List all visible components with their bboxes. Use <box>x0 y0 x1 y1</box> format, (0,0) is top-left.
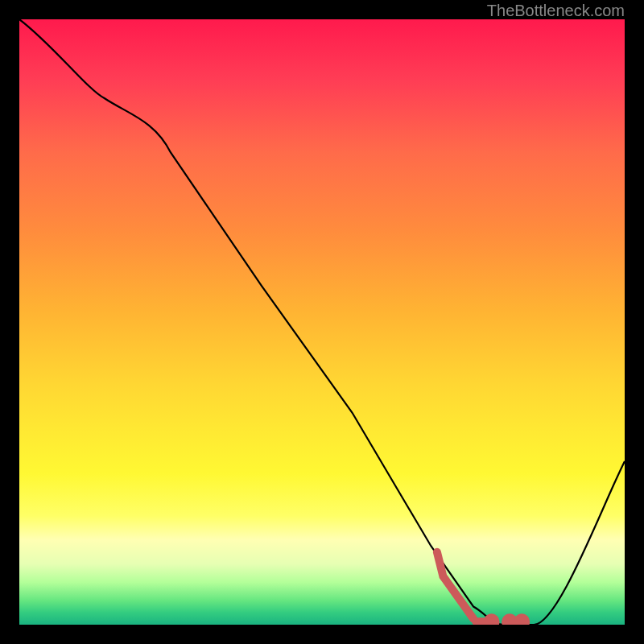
chart-overlay <box>19 19 625 625</box>
bottleneck-curve-line <box>19 19 625 625</box>
optimal-dot <box>518 617 526 625</box>
chart-container: TheBottleneck.com <box>0 0 644 644</box>
optimal-dotted-line <box>437 552 473 619</box>
optimal-dot <box>506 617 514 625</box>
watermark-text: TheBottleneck.com <box>487 2 625 20</box>
optimal-dotted-segment <box>437 552 526 625</box>
